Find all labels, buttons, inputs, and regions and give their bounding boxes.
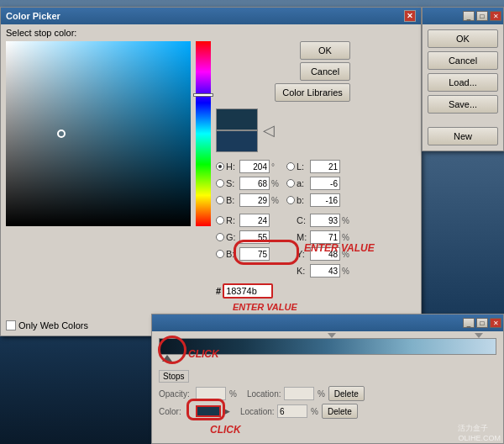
k-row: K: %: [286, 263, 352, 278]
l-row: L:: [286, 159, 352, 174]
c-input[interactable]: [310, 214, 340, 227]
right-panel: _ □ ✕ OK Cancel Load... Save... New: [422, 7, 504, 151]
spectrum-cursor: [193, 93, 213, 97]
b-radio[interactable]: [216, 196, 224, 204]
web-colors-checkbox[interactable]: [6, 320, 16, 330]
swatch-arrow: ▶: [224, 407, 230, 415]
g-input[interactable]: [239, 230, 270, 244]
color-libraries-button[interactable]: Color Libraries: [275, 83, 350, 102]
web-colors-label: Only Web Colors: [18, 320, 88, 330]
a-radio[interactable]: [286, 179, 295, 188]
preview-current-color: [216, 130, 258, 152]
click-stop-area[interactable]: [162, 355, 172, 362]
m-input[interactable]: [310, 230, 340, 244]
preview-new-color: [216, 108, 258, 130]
s-row: S: %: [216, 176, 281, 191]
enter-value-annotation: ENTER VALUE: [233, 302, 297, 312]
opacity-input[interactable]: [196, 387, 226, 400]
ok-button[interactable]: OK: [300, 41, 350, 60]
color-swatch[interactable]: [196, 405, 221, 417]
bottom-stop-arrow[interactable]: [162, 355, 172, 362]
h-input[interactable]: [239, 160, 270, 173]
maximize-button[interactable]: □: [476, 11, 488, 21]
preview-arrow-icon: ◁: [263, 123, 278, 138]
gradient-bar-section: [159, 338, 496, 355]
right-save-button[interactable]: Save...: [428, 95, 498, 114]
b-row: B: %: [216, 193, 281, 208]
color-swatch-row: ▶: [196, 405, 230, 417]
opacity-row: Opacity: % Location: % Delete: [159, 386, 496, 401]
bottom-close-btn[interactable]: ✕: [490, 318, 501, 328]
dialog-close-button[interactable]: ✕: [404, 10, 416, 22]
right-new-button[interactable]: New: [428, 127, 498, 145]
g-row: G:: [216, 230, 281, 245]
y-row: Y: %: [286, 246, 352, 262]
right-ok-button[interactable]: OK: [428, 29, 498, 48]
right-controls: OK Cancel Color Libraries ◁: [216, 41, 350, 317]
location2-input[interactable]: [277, 404, 307, 418]
hex-input[interactable]: [223, 283, 273, 299]
minimize-button[interactable]: _: [463, 11, 475, 21]
gradient-bar[interactable]: [159, 338, 496, 355]
b-input[interactable]: [239, 193, 270, 207]
delete2-button[interactable]: Delete: [322, 404, 358, 419]
cancel-button[interactable]: Cancel: [300, 62, 350, 81]
hsb-col: H: ° S: % B:: [216, 159, 281, 278]
opacity-label: Opacity:: [159, 389, 192, 399]
preview-and-inputs: ◁: [216, 108, 350, 152]
color-row: Color: ▶ Location: % Delete: [159, 404, 496, 419]
m-row: M: %: [286, 230, 352, 245]
preview-icon: ◁: [263, 108, 278, 152]
bottom-maximize-btn[interactable]: □: [476, 318, 488, 328]
r-radio[interactable]: [216, 216, 224, 225]
delete1-button[interactable]: Delete: [328, 386, 365, 401]
blab-input[interactable]: [310, 193, 340, 207]
location2-label: Location:: [240, 407, 274, 416]
bottom-panel-titlebar: _ □ ✕: [152, 314, 503, 331]
blab-row: b:: [286, 193, 352, 208]
bottom-panel: _ □ ✕ Stops Opacity:: [151, 314, 504, 444]
l-radio[interactable]: [286, 162, 295, 171]
right-panel-body: OK Cancel Load... Save... New: [423, 24, 503, 151]
color-gradient-container[interactable]: [6, 41, 191, 317]
color-picker-dialog: Color Picker ✕ Select stop color: OK: [0, 7, 422, 336]
h-row: H: °: [216, 159, 281, 174]
right-cancel-button[interactable]: Cancel: [428, 51, 498, 70]
location1-input[interactable]: [284, 387, 314, 400]
inputs-section: H: ° S: % B:: [216, 159, 350, 278]
hex-row: #: [216, 283, 350, 299]
gradient-overlay: [6, 41, 191, 226]
bottom-minimize-btn[interactable]: _: [463, 318, 475, 328]
location1-label: Location:: [247, 389, 281, 399]
top-stop-arrow2: [475, 333, 483, 338]
gradient-cursor: [57, 130, 66, 138]
spectrum-bar[interactable]: [196, 41, 211, 226]
stops-label: Stops: [159, 370, 189, 383]
g-radio[interactable]: [216, 233, 224, 241]
close-button[interactable]: ✕: [490, 11, 501, 21]
h-radio[interactable]: [216, 162, 224, 171]
y-input[interactable]: [310, 247, 340, 261]
r-row: R:: [216, 213, 281, 228]
preview-section: [216, 108, 258, 152]
r-input[interactable]: [239, 214, 270, 227]
spectrum-container[interactable]: [196, 41, 211, 317]
l-input[interactable]: [310, 160, 340, 173]
a-input[interactable]: [310, 177, 340, 190]
bl-input[interactable]: [239, 247, 270, 261]
watermark: 活力盒子OLIHE.COM: [458, 423, 501, 442]
blab-radio[interactable]: [286, 196, 295, 204]
main-row: OK Cancel Color Libraries ◁: [6, 41, 416, 317]
c-row: C: %: [286, 213, 352, 228]
dialog-title: Color Picker: [6, 11, 60, 21]
right-panel-titlebar: _ □ ✕: [423, 8, 503, 24]
right-load-button[interactable]: Load...: [428, 73, 498, 92]
color-gradient-area[interactable]: [6, 41, 191, 226]
s-radio[interactable]: [216, 179, 224, 188]
s-input[interactable]: [239, 177, 270, 190]
a-row: a:: [286, 176, 352, 191]
bl-radio[interactable]: [216, 250, 224, 258]
select-stop-label: Select stop color:: [6, 28, 416, 38]
gradient-editor-body: Stops Opacity: % Location: % Delete Colo…: [152, 331, 503, 426]
k-input[interactable]: [310, 264, 340, 278]
